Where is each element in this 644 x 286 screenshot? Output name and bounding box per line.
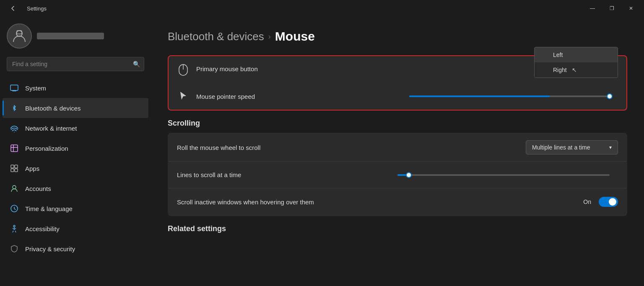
lines-scroll-row: Lines to scroll at a time — [169, 162, 626, 188]
user-profile — [0, 17, 151, 57]
sidebar-item-bluetooth[interactable]: Bluetooth & devices — [3, 98, 148, 118]
accounts-icon — [9, 183, 19, 193]
related-settings-label: Related settings — [168, 224, 627, 233]
lines-slider[interactable] — [397, 174, 610, 176]
sidebar-item-privacy[interactable]: Privacy & security — [3, 239, 148, 259]
personalization-icon — [9, 143, 19, 153]
lines-slider-fill — [397, 174, 406, 176]
scrolling-section-label: Scrolling — [168, 119, 627, 128]
speed-slider-track — [409, 95, 610, 97]
breadcrumb-parent[interactable]: Bluetooth & devices — [168, 30, 264, 43]
roll-wheel-row: Roll the mouse wheel to scroll Multiple … — [169, 134, 626, 162]
scroll-inactive-toggle[interactable] — [599, 197, 618, 207]
avatar — [7, 23, 32, 49]
svg-rect-5 — [11, 165, 14, 168]
title-bar-left: Settings — [3, 2, 47, 15]
primary-mouse-row: Primary mouse button Left Right ↖ — [169, 56, 626, 83]
sidebar-label-accounts: Accounts — [25, 185, 51, 192]
scroll-settings-card: Roll the mouse wheel to scroll Multiple … — [168, 133, 627, 216]
speed-slider[interactable] — [409, 95, 610, 97]
app-title: Settings — [27, 5, 47, 12]
bluetooth-icon — [9, 103, 19, 113]
toggle-thumb — [609, 198, 616, 206]
main-layout: 🔍 System Bluetooth & devices Netwo — [0, 17, 644, 286]
sidebar-label-personalization: Personalization — [25, 145, 68, 152]
breadcrumb-separator: › — [268, 32, 271, 41]
search-box: 🔍 — [7, 57, 144, 71]
roll-wheel-select[interactable]: Multiple lines at a time ▾ — [526, 140, 618, 155]
title-bar: Settings — ❐ ✕ — [0, 0, 644, 17]
cursor-indicator: ↖ — [572, 67, 577, 73]
privacy-icon — [9, 244, 19, 254]
option-left-label: Left — [553, 52, 563, 58]
sidebar-item-system[interactable]: System — [3, 78, 148, 98]
primary-mouse-card: Primary mouse button Left Right ↖ — [168, 55, 627, 111]
system-icon — [9, 83, 19, 93]
sidebar-label-apps: Apps — [25, 165, 39, 172]
scroll-inactive-label: Scroll inactive windows when hovering ov… — [177, 198, 583, 206]
sidebar-label-bluetooth: Bluetooth & devices — [25, 105, 81, 112]
dropdown-option-right[interactable]: Right ↖ — [535, 62, 618, 77]
roll-wheel-label: Roll the mouse wheel to scroll — [177, 144, 526, 151]
mouse-speed-row: Mouse pointer speed — [169, 83, 626, 110]
sidebar-label-network: Network & internet — [25, 125, 77, 132]
search-icon: 🔍 — [133, 61, 140, 67]
roll-wheel-value: Multiple lines at a time — [532, 144, 590, 151]
time-icon — [9, 204, 19, 214]
svg-rect-8 — [15, 169, 18, 172]
sidebar-item-accessibility[interactable]: Accessibility — [3, 219, 148, 239]
apps-icon — [9, 163, 19, 173]
mouse-icon — [177, 64, 190, 76]
pointer-icon — [177, 90, 190, 103]
mouse-speed-label: Mouse pointer speed — [196, 93, 397, 100]
sidebar-item-network[interactable]: Network & internet — [3, 118, 148, 138]
option-right-label: Right — [553, 67, 567, 73]
lines-slider-thumb[interactable] — [406, 172, 412, 178]
sidebar-item-accounts[interactable]: Accounts — [3, 178, 148, 198]
dropdown-option-left[interactable]: Left — [535, 47, 618, 62]
breadcrumb: Bluetooth & devices › Mouse — [168, 29, 627, 44]
scroll-inactive-control: On — [583, 197, 618, 207]
svg-rect-2 — [10, 85, 18, 90]
svg-point-9 — [13, 186, 16, 189]
sidebar: 🔍 System Bluetooth & devices Netwo — [0, 17, 151, 286]
sidebar-item-time[interactable]: Time & language — [3, 198, 148, 219]
close-button[interactable]: ✕ — [621, 2, 641, 15]
scroll-inactive-on-label: On — [583, 198, 591, 205]
dropdown-menu: Left Right ↖ — [534, 47, 618, 78]
user-name-bar — [37, 33, 104, 39]
chevron-down-icon: ▾ — [609, 144, 612, 150]
sidebar-label-system: System — [25, 85, 46, 92]
speed-slider-thumb[interactable] — [607, 93, 613, 99]
window-controls: — ❐ ✕ — [583, 2, 641, 15]
network-icon — [9, 123, 19, 133]
svg-rect-6 — [15, 165, 18, 168]
search-input[interactable] — [7, 57, 144, 71]
sidebar-item-apps[interactable]: Apps — [3, 158, 148, 178]
sidebar-label-privacy: Privacy & security — [25, 245, 75, 253]
lines-slider-track — [397, 174, 610, 176]
accessibility-icon — [9, 224, 19, 234]
back-button[interactable] — [3, 2, 23, 15]
svg-point-11 — [13, 225, 15, 227]
roll-wheel-control: Multiple lines at a time ▾ — [526, 140, 618, 155]
svg-rect-4 — [11, 145, 18, 152]
scroll-inactive-row: Scroll inactive windows when hovering ov… — [169, 188, 626, 215]
svg-rect-3 — [12, 90, 16, 91]
sidebar-label-accessibility: Accessibility — [25, 225, 60, 232]
svg-rect-7 — [11, 169, 14, 172]
sidebar-item-personalization[interactable]: Personalization — [3, 138, 148, 158]
lines-scroll-label: Lines to scroll at a time — [177, 171, 389, 178]
content-area: Bluetooth & devices › Mouse Primary mous… — [151, 17, 644, 286]
maximize-button[interactable]: ❐ — [602, 2, 621, 15]
sidebar-label-time: Time & language — [25, 205, 73, 212]
breadcrumb-current: Mouse — [275, 29, 315, 44]
speed-slider-fill — [409, 95, 550, 97]
minimize-button[interactable]: — — [583, 2, 602, 15]
